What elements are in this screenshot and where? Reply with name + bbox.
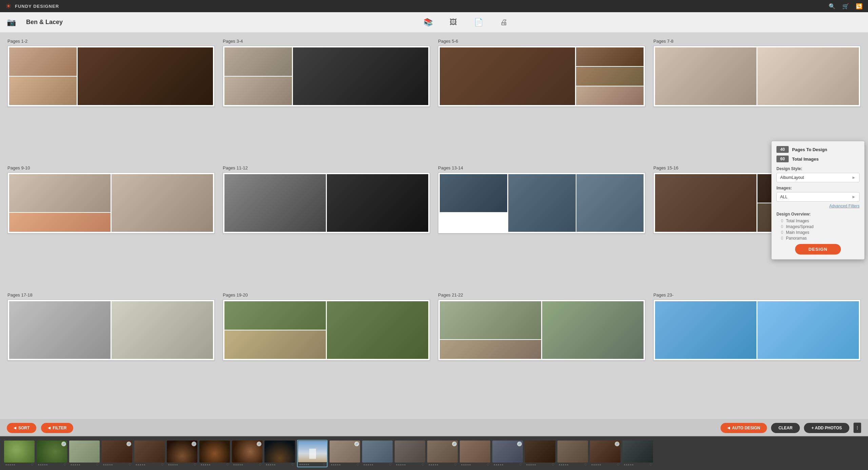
filter-button[interactable]: ◀ FILTER (41, 423, 73, 433)
photo-cell (327, 301, 428, 359)
grid-view-button[interactable]: ⁝ (853, 423, 861, 433)
print-icon[interactable]: 🖨 (500, 18, 508, 27)
film-stars: ★★★★★ (624, 464, 634, 466)
filmstrip-thumb[interactable]: ★★★★★ ♡ (525, 441, 555, 467)
sort-button[interactable]: ◀ SORT (7, 423, 36, 433)
filmstrip-thumb[interactable]: ★★★★★ ♡ (4, 441, 35, 467)
spread-item: Pages 11-12 (223, 165, 430, 286)
link-icon: 🔗 (355, 443, 358, 445)
spread-frame[interactable] (7, 300, 215, 361)
spread-frame[interactable] (7, 172, 215, 233)
page-left (9, 301, 111, 359)
topbar: ☀ FUNDY DESIGNER 🔍 🛒 🔁 (0, 0, 868, 12)
film-heart-icon: ♡ (649, 463, 652, 467)
page-right (757, 301, 859, 359)
filmstrip-thumb[interactable]: 🔗 ★★★★★ ♡ (102, 441, 132, 467)
photo-cell (293, 47, 428, 105)
filmstrip-thumb[interactable]: 🔗 ★★★★★ ♡ (330, 441, 360, 467)
page-right (327, 174, 428, 232)
photo-cell (224, 330, 326, 359)
photo-cell (655, 47, 756, 105)
page-right (78, 47, 213, 105)
film-heart-icon: ♡ (31, 463, 34, 467)
photo-cell (542, 301, 644, 359)
filmstrip-thumb[interactable]: 🔗 ★★★★★ ♡ (427, 441, 458, 467)
page-left (224, 174, 326, 232)
filmstrip-thumb[interactable]: 🔗 ★★★★★ ♡ (167, 441, 197, 467)
spread-frame[interactable] (653, 300, 861, 361)
images-dropdown[interactable]: ALL ► (776, 192, 860, 202)
photo-cell (440, 340, 541, 359)
spread-frame[interactable] (438, 172, 645, 233)
spread-frame[interactable] (223, 46, 430, 107)
search-icon[interactable]: 🔍 (829, 3, 835, 9)
filmstrip-thumb[interactable]: ★★★★★ ♡ (623, 441, 653, 467)
film-stars: ★★★★★ (70, 464, 80, 466)
album-design-icon[interactable]: 📚 (423, 18, 433, 27)
spread-frame[interactable] (223, 172, 430, 233)
advanced-filters-link[interactable]: Advanced Filters (776, 204, 860, 208)
spread-title: Pages 19-20 (223, 292, 430, 298)
photo-cell (9, 47, 77, 76)
photo-cell (440, 174, 507, 212)
spread-frame[interactable] (7, 46, 215, 107)
cart-icon[interactable]: 🛒 (842, 3, 849, 9)
design-style-dropdown[interactable]: AlbumLayout ► (776, 173, 860, 182)
page-left (655, 174, 756, 232)
popup-images-row: 60 Total Images (776, 156, 860, 162)
filmstrip-thumb[interactable]: ★★★★★ ♡ (395, 441, 425, 467)
film-heart-icon: ♡ (421, 463, 424, 467)
filmstrip: ★★★★★ ♡ 🔗 ★★★★★ ♡ ★★★★★ ♡ 🔗 (0, 436, 868, 470)
photo-cell (576, 86, 644, 105)
spread-frame[interactable] (438, 300, 645, 361)
filmstrip-thumb[interactable]: ★★★★★ ♡ (134, 441, 165, 467)
photo-cell (576, 174, 644, 232)
link-icon: 🔗 (127, 443, 131, 445)
projectbar-tools: 📚 🖼 📄 🖨 (423, 18, 508, 27)
export-icon[interactable]: 🔁 (856, 3, 863, 9)
spread-frame[interactable] (438, 46, 645, 107)
filmstrip-thumb[interactable]: ★★★★★ ♡ (460, 441, 490, 467)
filmstrip-thumb[interactable]: ★★★★★ ♡ (297, 440, 328, 467)
page-right (508, 174, 644, 232)
filmstrip-thumb[interactable]: 🔗 ★★★★★ ♡ (232, 441, 262, 467)
filmstrip-thumb[interactable]: ★★★★★ ♡ (69, 441, 100, 467)
popup-pages-row: 40 Pages To Design (776, 146, 860, 153)
design-button[interactable]: DESIGN (795, 244, 841, 254)
overview-count-4: 0 (776, 236, 783, 241)
filmstrip-thumb[interactable]: 🔗 ★★★★★ ♡ (37, 441, 67, 467)
spread-frame[interactable] (653, 46, 861, 107)
filmstrip-thumb[interactable]: ★★★★★ ♡ (362, 441, 393, 467)
photo-cell (757, 301, 859, 359)
overview-row-2: 0 Images/Spread (776, 224, 860, 229)
page-right (542, 301, 644, 359)
card-icon[interactable]: 📄 (474, 18, 483, 27)
clear-button[interactable]: CLEAR (771, 423, 800, 433)
auto-design-button[interactable]: ◀ AUTO DESIGN (721, 423, 767, 433)
film-stars: ★★★★★ (135, 464, 145, 466)
fundy-logo-icon: ☀ (5, 2, 12, 10)
overview-text-1: Total Images (786, 219, 809, 223)
photo-cell (508, 174, 575, 232)
spread-frame[interactable] (223, 300, 430, 361)
spread-title: Pages 11-12 (223, 165, 430, 170)
photo-cell (78, 47, 213, 105)
film-stars: ★★★★★ (526, 464, 536, 466)
spread-title: Pages 23- (653, 292, 861, 298)
filmstrip-thumb[interactable]: ★★★★★ ♡ (199, 441, 230, 467)
grid-icon: ⁝ (856, 425, 858, 431)
filmstrip-thumb[interactable]: ★★★★★ ♡ (264, 441, 295, 467)
filmstrip-thumb[interactable]: ★★★★★ ♡ (557, 441, 588, 467)
page-left (440, 47, 575, 105)
spread-item: Pages 19-20 (223, 292, 430, 413)
filmstrip-thumb[interactable]: 🔗 ★★★★★ ♡ (492, 441, 523, 467)
film-stars: ★★★★★ (428, 464, 438, 466)
filmstrip-thumb[interactable]: 🔗 ★★★★★ ♡ (590, 441, 620, 467)
photo-cell (440, 47, 575, 105)
add-photos-button[interactable]: + ADD PHOTOS (804, 423, 849, 433)
film-stars: ★★★★★ (363, 464, 373, 466)
wall-art-icon[interactable]: 🖼 (450, 18, 457, 27)
film-stars: ★★★★★ (299, 463, 309, 466)
spread-item: Pages 1-2 (7, 39, 215, 159)
page-left (9, 47, 77, 105)
